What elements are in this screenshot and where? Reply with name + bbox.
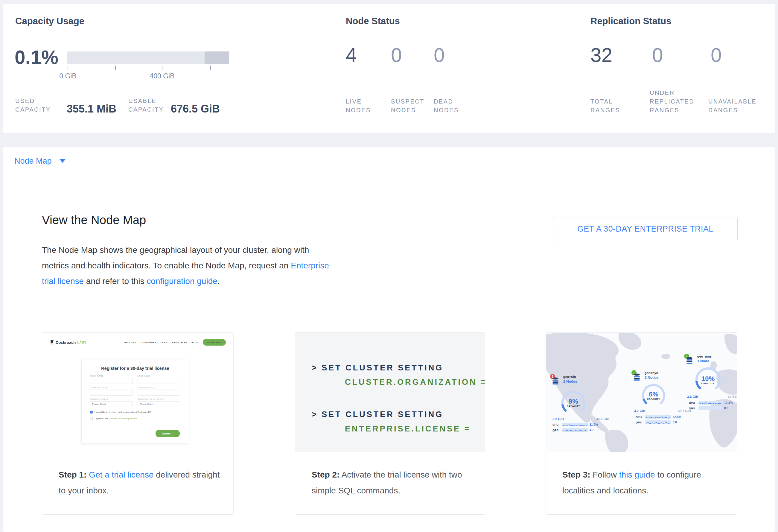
locality-name: geo=ams	[697, 355, 712, 358]
configuration-guide-link[interactable]: configuration guide	[147, 277, 218, 286]
cpu-label: CPU	[636, 415, 643, 419]
view-selector-dropdown[interactable]: Node Map	[3, 147, 775, 175]
unavailable-ranges-count: 0	[711, 45, 764, 65]
dead-nodes-stat: 0 DEAD NODES	[434, 45, 473, 115]
used-capacity-value: 355.1 MiB	[67, 103, 116, 115]
mock-submit-button: SUBMIT	[156, 430, 180, 437]
node-map-panel: Node Map View the Node Map The Node Map …	[3, 147, 775, 532]
form-field-reason: REASON FOR INTEREST Please Select	[138, 398, 180, 407]
total-ranges-stat: 32 TOTAL RANGES	[591, 45, 644, 115]
cpu-label: CPU	[552, 423, 560, 427]
cpu-row-ams: CPU 12.3%	[689, 401, 732, 404]
mock-submit-button-wrap: SUBMIT	[156, 430, 180, 437]
chevron-down-icon	[60, 159, 66, 163]
total-ranges-count: 32	[591, 45, 644, 65]
locality-node-count: 2 Nodes	[563, 379, 577, 384]
view-selector-label: Node Map	[14, 156, 52, 166]
cpu-sparkline	[698, 401, 722, 404]
mock-nav-resources: RESOURCES	[172, 341, 187, 344]
email-updates-text: I would like to receive email updates ab…	[94, 411, 152, 413]
database-nodes-icon	[552, 377, 559, 386]
sql-prompt-line-1: > SET CLUSTER SETTING	[312, 363, 443, 373]
step-2-caption: Step 2: Activate the trial license with …	[312, 467, 473, 499]
dead-nodes-label: DEAD NODES	[434, 97, 459, 115]
brand-name: Cockroach	[56, 340, 76, 345]
step-3-text-before: Follow	[590, 470, 619, 479]
step-3-label: Step 3:	[562, 470, 590, 479]
suspect-nodes-label: SUSPECT NODES	[391, 97, 424, 115]
step-3-card: 1 geo=sfo 2 Nodes 9% CAPACITY	[546, 332, 737, 515]
license-agreement-checkbox-row: I agree to the Software License Agreemen…	[90, 417, 180, 420]
mock-site-header: Cockroach LABS PRODUCT CUSTOMERS DOCS RE…	[50, 337, 226, 348]
under-replicated-ranges-stat: 0 UNDER- REPLICATED RANGES	[650, 45, 705, 115]
usable-capacity-value: 676.5 GiB	[171, 103, 220, 115]
get-enterprise-trial-button[interactable]: GET A 30-DAY ENTERPRISE TRIAL	[553, 217, 737, 241]
node-status-title: Node Status	[346, 16, 400, 27]
unavailable-ranges-stat: 0 UNAVAILABLE RANGES	[708, 45, 764, 115]
software-license-link: Software License Agreement.	[108, 417, 138, 420]
capacity-values-sfo: 3.2 GiB 35.1 GiB	[552, 417, 609, 421]
qps-label: QPS	[552, 429, 560, 432]
capacity-gauge-sfo: 9% CAPACITY	[560, 390, 587, 416]
form-field-company-email: COMPANY EMAIL	[138, 387, 180, 395]
field-label: COMPANY EMAIL	[138, 387, 180, 389]
mock-nav-customers: CUSTOMERS	[141, 341, 156, 344]
capacity-caption: CAPACITY	[567, 405, 580, 407]
database-nodes-icon	[633, 373, 640, 382]
sql-commands-panel: > SET CLUSTER SETTING CLUSTER.ORGANIZATI…	[295, 333, 485, 452]
description-text: .	[218, 277, 220, 286]
form-title: Register for a 30-day trial license	[90, 366, 180, 371]
capacity-percent: 9%	[569, 398, 578, 405]
total-ranges-label: TOTAL RANGES	[591, 97, 620, 115]
form-field-last-name: LAST NAME	[138, 375, 180, 384]
step-1-label: Step 1:	[59, 470, 86, 479]
qps-sparkline	[698, 406, 722, 410]
field-label: COMPANY NAME	[90, 387, 133, 389]
mock-site-nav: PRODUCT CUSTOMERS DOCS RESOURCES BLOG DO…	[125, 339, 226, 346]
step-1-caption: Step 1: Get a trial license delivered st…	[59, 467, 220, 499]
cpu-sparkline	[645, 415, 671, 419]
cpu-label: CPU	[689, 401, 697, 404]
capacity-caption: CAPACITY	[647, 398, 660, 400]
total-capacity: 34.4 GiB	[728, 395, 737, 398]
email-updates-checkbox-row: ✓ I would like to receive email updates …	[90, 411, 180, 413]
capacity-gauge-nyc: 6% CAPACITY	[641, 383, 666, 408]
locality-node-count: 1 Node	[697, 359, 709, 363]
reason-select: Please Select	[138, 401, 180, 407]
live-nodes-stat: 4 LIVE NODES	[346, 45, 388, 115]
cluster-overview-page: Capacity Usage 0.1% 0 GiB 400 GiB USED C…	[0, 0, 778, 532]
checkbox-empty-icon	[90, 417, 93, 420]
capacity-axis-tick	[68, 66, 68, 70]
live-nodes-label: LIVE NODES	[346, 97, 371, 115]
capacity-axis-tick	[115, 66, 116, 70]
cluster-geo-nyc: ✓ geo=nyc 2 Nodes	[631, 370, 697, 382]
capacity-caption: CAPACITY	[701, 382, 715, 385]
dead-nodes-count: 0	[434, 45, 473, 65]
mock-nav-product: PRODUCT	[125, 341, 137, 344]
cpu-sparkline	[562, 423, 588, 427]
company-email-input	[138, 390, 180, 395]
field-label: REASON FOR INTEREST	[138, 398, 180, 400]
project-phase-select: Please Select	[90, 401, 133, 407]
field-label: FIRST NAME	[90, 375, 133, 377]
last-name-input	[138, 378, 180, 384]
cpu-row-nyc: CPU 42.5%	[636, 415, 681, 419]
capacity-axis-label-0: 0 GiB	[44, 72, 92, 80]
get-trial-license-link[interactable]: Get a trial license	[89, 470, 153, 479]
mock-nav-docs: DOCS	[161, 341, 168, 344]
first-name-input	[90, 378, 133, 384]
capacity-gauge-ams: 10% CAPACITY	[694, 366, 722, 394]
qps-sparkline	[562, 428, 588, 432]
section-divider	[42, 314, 737, 314]
this-guide-link[interactable]: this guide	[619, 470, 655, 479]
node-map-preview: 1 geo=sfo 2 Nodes 9% CAPACITY	[546, 333, 737, 452]
capacity-axis-tick	[162, 66, 162, 70]
qps-label: QPS	[689, 407, 697, 410]
cockroach-bug-icon	[50, 340, 54, 345]
capacity-bar-other-usage	[205, 52, 229, 64]
capacity-percent: 10%	[701, 375, 715, 382]
locality-name: geo=sfo	[563, 375, 576, 379]
cluster-geo-sfo: 1 geo=sfo 2 Nodes	[550, 374, 616, 386]
checkbox-checked-icon: ✓	[90, 411, 93, 413]
capacity-axis-label-400: 400 GiB	[138, 72, 186, 80]
